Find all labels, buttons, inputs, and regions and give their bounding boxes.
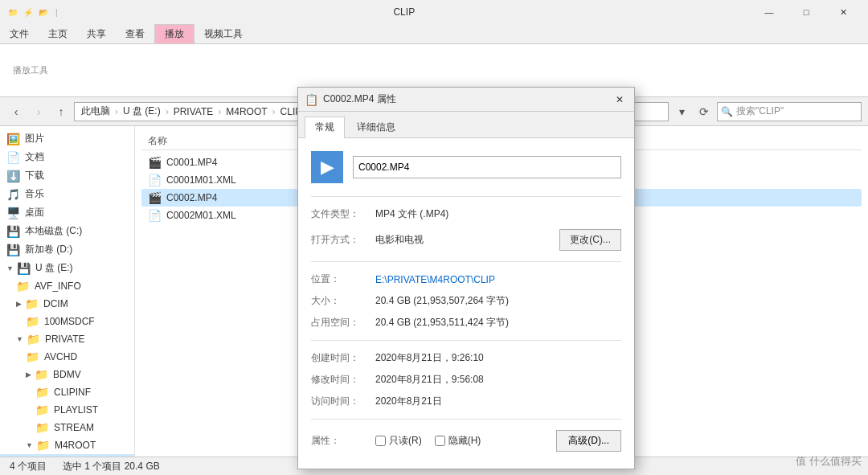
change-button[interactable]: 更改(C)...: [559, 229, 621, 251]
docs-icon: 📄: [6, 151, 20, 164]
value-modified: 2020年8月21日，9:56:08: [375, 373, 621, 387]
dialog-tab-general[interactable]: 常规: [305, 117, 345, 138]
value-openwith: 电影和电视: [375, 233, 559, 247]
folder-icon: 📂: [37, 6, 50, 18]
sidebar-item-clipinf[interactable]: 📁 CLIPINF: [0, 383, 134, 401]
sidebar-label-private: PRIVATE: [45, 334, 85, 345]
quick-access-icon: ⚡: [22, 6, 35, 18]
maximize-button[interactable]: □: [788, 0, 825, 24]
music-icon: 🎵: [6, 188, 20, 201]
label-accessed: 访问时间：: [311, 395, 375, 408]
minimize-button[interactable]: —: [751, 0, 788, 24]
hidden-checkbox-label[interactable]: 隐藏(H): [435, 434, 481, 448]
sidebar-label-dcim: DCIM: [43, 298, 68, 309]
dialog-row-accessed: 访问时间： 2020年8月21日: [311, 391, 621, 412]
up-button[interactable]: ↑: [51, 102, 71, 121]
watermark: 值 什么值得买: [796, 454, 862, 469]
hidden-label: 隐藏(H): [448, 434, 481, 448]
tab-play[interactable]: 播放: [154, 24, 194, 43]
sidebar-item-avchd[interactable]: 📁 AVCHD: [0, 348, 134, 366]
sidebar-item-playlist[interactable]: 📁 PLAYLIST: [0, 401, 134, 419]
arrow-e: ▼: [6, 264, 14, 272]
dialog-title-icon: 📋: [305, 93, 318, 106]
ribbon-tabs: 文件 主页 共享 查看 播放 视频工具: [0, 24, 868, 43]
search-placeholder: 搜索"CLIP": [736, 104, 784, 118]
breadcrumb-udisk: U 盘 (E:): [123, 104, 161, 118]
search-box[interactable]: 🔍 搜索"CLIP": [717, 102, 862, 121]
clipinf-icon: 📁: [35, 386, 49, 399]
tab-video-tools[interactable]: 视频工具: [194, 24, 252, 43]
drive-c-icon: 💾: [6, 225, 20, 238]
divider-1: [311, 196, 621, 197]
sidebar-label-drive-e: U 盘 (E:): [35, 261, 73, 275]
tab-file[interactable]: 文件: [0, 24, 39, 43]
sidebar: 🖼️ 图片 📄 文档 ⬇️ 下载 🎵 音乐 🖥️ 桌面 💾 本地磁盘 (C:) …: [0, 126, 135, 457]
arrow-m4root: ▼: [26, 441, 33, 449]
m4root-icon: 📁: [36, 439, 50, 452]
properties-dialog: 📋 C0002.MP4 属性 ✕ 常规 详细信息 ▶ 文件类型： MP4 文件 …: [297, 87, 635, 469]
divider-3: [311, 340, 621, 341]
dialog-tab-details[interactable]: 详细信息: [346, 117, 406, 137]
breadcrumb-m4root: M4ROOT: [226, 106, 267, 117]
breadcrumb-private: PRIVATE: [174, 106, 214, 117]
value-disksize: 20.4 GB (21,953,511,424 字节): [375, 316, 621, 330]
label-attrs: 属性：: [311, 434, 375, 448]
readonly-checkbox[interactable]: [375, 436, 386, 446]
close-button[interactable]: ✕: [825, 0, 862, 24]
forward-button[interactable]: ›: [29, 102, 48, 121]
item-count: 4 个项目: [10, 460, 47, 473]
file-name-c0002xml: C0002M01.XML: [166, 210, 236, 221]
divider-2: [311, 261, 621, 262]
sidebar-label-avchd: AVCHD: [44, 351, 77, 362]
sidebar-label-pictures: 图片: [25, 132, 44, 145]
hidden-checkbox[interactable]: [435, 436, 445, 446]
dialog-close-button[interactable]: ✕: [612, 92, 628, 108]
stream-icon: 📁: [35, 421, 49, 434]
file-name-c0001mp4: C0001.MP4: [166, 157, 217, 168]
selected-info: 选中 1 个项目 20.4 GB: [63, 460, 160, 473]
sidebar-item-dcim[interactable]: ▶ 📁 DCIM: [0, 295, 134, 313]
avf-icon: 📁: [16, 280, 30, 293]
drive-e-icon: 💾: [17, 262, 31, 275]
tab-home[interactable]: 主页: [39, 24, 77, 43]
value-size: 20.4 GB (21,953,507,264 字节): [375, 294, 621, 308]
search-icon: 🔍: [721, 106, 733, 117]
dialog-row-location: 位置： E:\PRIVATE\M4ROOT\CLIP: [311, 268, 621, 290]
tab-share[interactable]: 共享: [77, 24, 116, 43]
sidebar-item-m4root[interactable]: ▼ 📁 M4ROOT: [0, 436, 134, 454]
sidebar-item-drive-c[interactable]: 💾 本地磁盘 (C:): [0, 222, 134, 240]
sidebar-label-docs: 文档: [25, 150, 44, 164]
downloads-icon: ⬇️: [6, 170, 20, 182]
readonly-checkbox-label[interactable]: 只读(R): [375, 434, 422, 448]
file-name-input[interactable]: [353, 156, 621, 178]
back-button[interactable]: ‹: [6, 102, 26, 121]
sidebar-item-drive-e[interactable]: ▼ 💾 U 盘 (E:): [0, 259, 134, 277]
pictures-icon: 🖼️: [6, 133, 20, 145]
dialog-row-modified: 修改时间： 2020年8月21日，9:56:08: [311, 369, 621, 391]
sidebar-item-stream[interactable]: 📁 STREAM: [0, 419, 134, 436]
dropdown-button[interactable]: ▾: [672, 102, 691, 121]
sidebar-label-avf: AVF_INFO: [35, 280, 81, 292]
sidebar-item-downloads[interactable]: ⬇️ 下载: [0, 166, 134, 185]
sidebar-item-bdmv[interactable]: ▶ 📁 BDMV: [0, 366, 134, 383]
watermark-text: 值 什么值得买: [796, 454, 862, 469]
sidebar-item-avf[interactable]: 📁 AVF_INFO: [0, 277, 134, 295]
sidebar-item-drive-d[interactable]: 💾 新加卷 (D:): [0, 240, 134, 259]
100msdcf-icon: 📁: [26, 315, 39, 328]
sidebar-label-playlist: PLAYLIST: [54, 404, 98, 416]
sidebar-item-clip[interactable]: 📁 CLIP: [0, 454, 134, 457]
sidebar-label-100msdcf: 100MSDCF: [44, 316, 95, 327]
sidebar-item-docs[interactable]: 📄 文档: [0, 148, 134, 166]
sidebar-label-downloads: 下载: [25, 169, 44, 182]
sidebar-label-clipinf: CLIPINF: [54, 387, 91, 398]
refresh-button[interactable]: ⟳: [694, 102, 714, 121]
sidebar-item-desktop[interactable]: 🖥️ 桌面: [0, 203, 134, 222]
tab-view[interactable]: 查看: [116, 24, 154, 43]
sidebar-item-private[interactable]: ▼ 📁 PRIVATE: [0, 330, 134, 348]
sidebar-item-music[interactable]: 🎵 音乐: [0, 185, 134, 203]
sidebar-item-pictures[interactable]: 🖼️ 图片: [0, 129, 134, 148]
advanced-button[interactable]: 高级(D)...: [556, 430, 621, 452]
sidebar-item-100msdcf[interactable]: 📁 100MSDCF: [0, 313, 134, 330]
value-filetype: MP4 文件 (.MP4): [375, 207, 621, 221]
dialog-row-filetype: 文件类型： MP4 文件 (.MP4): [311, 203, 621, 225]
